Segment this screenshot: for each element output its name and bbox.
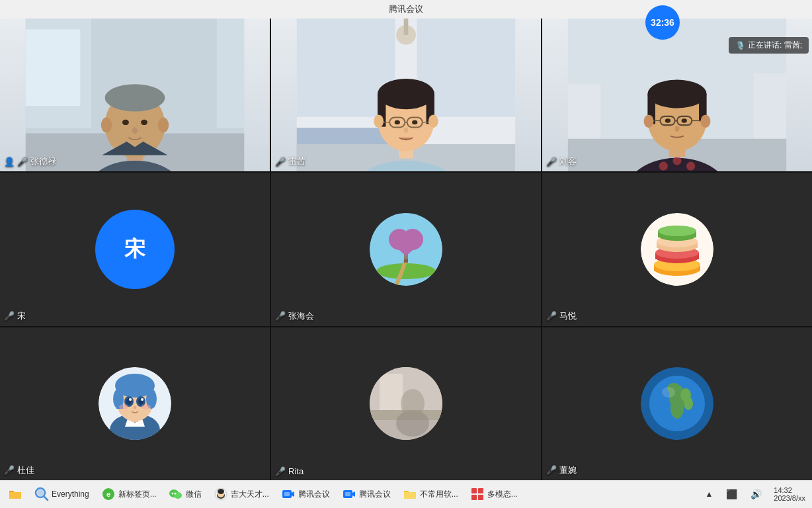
speaking-text: 正在讲话: 雷茜; <box>748 40 802 51</box>
video-cell-du-jia: 🎤 杜佳 <box>0 327 270 480</box>
svg-point-43 <box>672 156 681 165</box>
avatar-ma-yue <box>641 213 713 286</box>
tray-network[interactable]: ⬛ <box>721 482 743 506</box>
taskbar-start[interactable] <box>3 482 28 506</box>
video-cell-zhang-haihui: 🎤 张海会 <box>271 173 541 325</box>
taskbar-tencent-1[interactable]: 腾讯会议 <box>276 482 335 506</box>
title-bar: 腾讯会议 <box>0 0 812 19</box>
wechat-label: 微信 <box>186 489 202 500</box>
taskbar-jida[interactable]: 吉大天才... <box>208 482 274 506</box>
new-tab-label: 新标签页... <box>118 489 157 500</box>
svg-point-9 <box>122 120 129 125</box>
svg-rect-2 <box>217 19 244 128</box>
svg-point-33 <box>412 120 417 125</box>
svg-point-116 <box>37 489 44 496</box>
svg-rect-114 <box>9 492 21 499</box>
clock[interactable]: 14:32 2023/8/xx <box>770 486 809 502</box>
timer-badge: 32:36 <box>645 5 680 40</box>
taskbar-common-software[interactable]: 不常用软... <box>397 482 464 506</box>
jida-label: 吉大天才... <box>231 489 269 500</box>
video-feed-zhang <box>0 19 270 171</box>
mic-ma-yue: 🎤 <box>546 311 557 321</box>
svg-point-111 <box>684 397 693 410</box>
tencent-label-2: 腾讯会议 <box>359 489 391 500</box>
window-title: 腾讯会议 <box>389 3 423 15</box>
common-software-icon <box>403 487 417 501</box>
video-feed-lei <box>271 19 541 171</box>
name-zhang-delu: 👤 🎤 张德禄 <box>4 155 56 167</box>
svg-point-10 <box>141 120 147 125</box>
svg-point-61 <box>376 263 436 279</box>
video-grid: 👤 🎤 张德禄 <box>0 19 812 480</box>
taskbar-tencent-2[interactable]: 腾讯会议 <box>337 482 396 506</box>
svg-point-35 <box>374 114 384 128</box>
svg-point-123 <box>174 493 176 495</box>
common-software-label: 不常用软... <box>420 489 458 500</box>
jida-icon <box>214 487 228 501</box>
svg-point-42 <box>659 161 668 170</box>
svg-point-127 <box>218 489 224 494</box>
video-cell-lei-xi: 🎤 雷茜 <box>271 19 541 171</box>
svg-point-24 <box>378 79 434 109</box>
sound-icon: 🔊 <box>751 489 762 499</box>
everything-search-icon <box>34 487 49 501</box>
tray-sound[interactable]: 🔊 <box>745 482 767 506</box>
mic-rita: 🎤 <box>275 466 286 476</box>
svg-point-96 <box>119 404 128 409</box>
avatar-dong-wan <box>641 367 713 440</box>
svg-point-44 <box>686 161 695 170</box>
avatar-du-jia <box>99 367 171 440</box>
svg-text:e: e <box>106 490 110 498</box>
name-dong-wan: 🎤 董婉 <box>546 464 577 476</box>
clock-date: 2023/8/xx <box>774 494 805 502</box>
taskbar-wechat[interactable]: 微信 <box>163 482 207 506</box>
avatar-zhang-haihui <box>370 213 442 286</box>
mic-dong-wan: 🎤 <box>546 465 557 475</box>
taskbar-new-tab[interactable]: e 新标签页... <box>96 482 162 506</box>
mic-lei: 🎤 <box>275 157 286 167</box>
multimode-label: 多模态... <box>487 489 518 500</box>
name-du-jia: 🎤 杜佳 <box>4 464 34 476</box>
video-cell-song: 宋 🎤 宋 <box>0 173 270 325</box>
clock-time: 14:32 <box>774 486 805 494</box>
avatar-song: 宋 <box>95 210 175 289</box>
svg-point-56 <box>682 118 687 123</box>
name-song: 🎤 宋 <box>4 310 26 322</box>
svg-point-32 <box>395 120 400 125</box>
video-cell-rita: 🎤 Rita <box>271 327 541 480</box>
mic-song: 🎤 <box>4 311 15 321</box>
taskbar-multimode[interactable]: 多模态... <box>465 482 523 506</box>
tray-expand[interactable]: ▲ <box>700 482 718 506</box>
multimode-icon <box>470 487 485 501</box>
svg-rect-135 <box>471 495 477 500</box>
svg-point-13 <box>158 118 169 133</box>
svg-point-95 <box>134 406 137 409</box>
svg-line-117 <box>44 496 48 500</box>
name-zhang-haihui: 🎤 张海会 <box>275 310 314 322</box>
name-liu-ke: 🎤 刘客 <box>546 155 577 167</box>
mic-speaking-icon: 🎙️ <box>735 41 745 50</box>
video-cell-dong-wan: 🎤 董婉 <box>542 327 812 480</box>
taskbar-right: ▲ ⬛ 🔊 14:32 2023/8/xx <box>700 482 809 506</box>
svg-rect-66 <box>370 213 442 259</box>
svg-point-79 <box>658 226 696 236</box>
tencent-label-1: 腾讯会议 <box>298 489 330 500</box>
browser-icon: e <box>101 487 116 501</box>
taskbar-everything[interactable]: Everything <box>29 482 95 506</box>
svg-point-59 <box>701 114 711 128</box>
name-rita: 🎤 Rita <box>275 466 304 476</box>
tencent-meeting-icon-2 <box>342 487 356 501</box>
svg-rect-133 <box>471 488 477 493</box>
svg-rect-131 <box>345 492 350 496</box>
mic-liu: 🎤 <box>546 157 557 167</box>
svg-point-113 <box>662 387 675 398</box>
svg-rect-132 <box>404 492 416 499</box>
mic-zhang-haihui: 🎤 <box>275 311 286 321</box>
svg-point-97 <box>142 404 151 409</box>
svg-point-8 <box>105 84 165 111</box>
svg-point-94 <box>141 398 143 401</box>
svg-rect-134 <box>478 488 483 493</box>
svg-point-11 <box>132 127 138 134</box>
timer-value: 32:36 <box>651 17 674 28</box>
svg-point-122 <box>171 493 173 495</box>
